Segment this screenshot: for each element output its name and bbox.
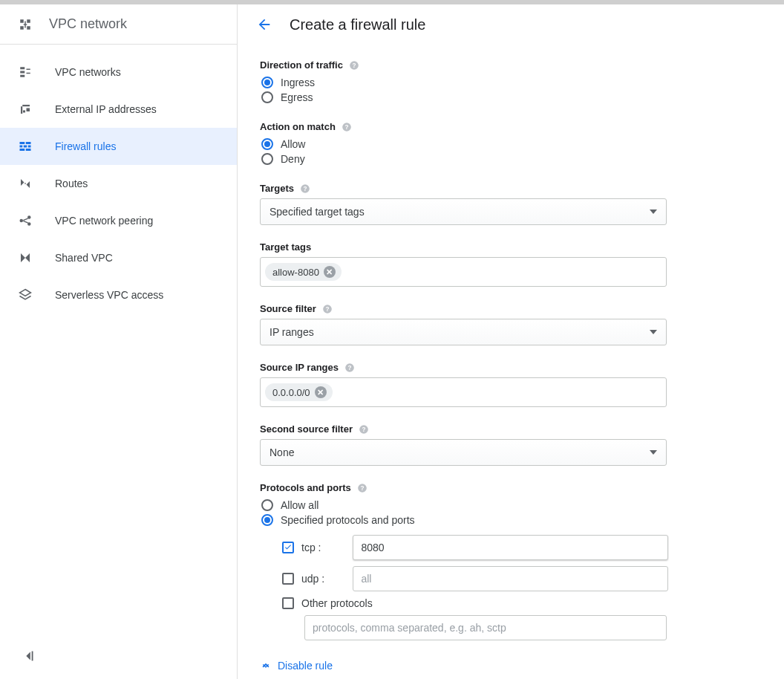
disable-rule-label: Disable rule (278, 660, 333, 672)
radio-label: Ingress (281, 77, 315, 88)
svg-text:?: ? (352, 62, 356, 68)
sidebar-item-external-ip[interactable]: External IP addresses (0, 91, 237, 128)
radio-input[interactable] (261, 91, 273, 103)
sidebar-item-firewall-rules[interactable]: Firewall rules (0, 128, 237, 165)
vpc-logo-icon (18, 18, 33, 31)
section-protocols: Protocols and ports ? Allow all Specifie… (260, 482, 668, 643)
radio-label: Egress (281, 91, 313, 103)
shared-vpc-icon (18, 251, 33, 264)
other-label: Other protocols (301, 597, 373, 609)
protocols-label: Protocols and ports (260, 482, 351, 493)
sidebar-item-label: External IP addresses (55, 103, 157, 115)
radio-input[interactable] (261, 138, 273, 150)
radio-input[interactable] (261, 514, 273, 526)
target-tag-chip: allow-8080 ✕ (265, 263, 342, 281)
target-tags-input[interactable]: allow-8080 ✕ (260, 257, 667, 287)
svg-rect-5 (20, 149, 25, 151)
sidebar-header: VPC network (0, 4, 237, 45)
routes-icon (18, 177, 33, 190)
radio-label: Allow all (281, 499, 318, 511)
external-ip-icon (18, 103, 33, 116)
help-icon[interactable]: ? (344, 363, 355, 373)
svg-rect-6 (26, 149, 31, 151)
radio-egress[interactable]: Egress (260, 90, 668, 105)
main-content: Create a firewall rule Direction of traf… (238, 4, 784, 679)
source-filter-label: Source filter (260, 303, 316, 314)
ip-range-chip: 0.0.0.0/0 ✕ (265, 383, 333, 401)
svg-rect-1 (26, 142, 31, 144)
second-source-filter-label: Second source filter (260, 423, 353, 435)
radio-label: Allow (281, 138, 305, 150)
collapse-sidebar-button[interactable] (21, 648, 37, 664)
svg-rect-4 (28, 146, 31, 148)
firewall-icon (18, 140, 33, 153)
svg-text:?: ? (304, 185, 307, 192)
udp-label: udp : (301, 573, 346, 585)
other-input-row (260, 612, 668, 643)
select-value: None (270, 446, 294, 458)
chevron-down-icon (650, 209, 657, 214)
section-second-source-filter: Second source filter ? None (260, 423, 668, 466)
section-target-tags: Target tags allow-8080 ✕ (260, 241, 668, 287)
help-icon[interactable]: ? (357, 483, 368, 493)
radio-label: Deny (281, 153, 305, 165)
svg-point-7 (20, 219, 24, 223)
chip-text: 0.0.0.0/0 (272, 387, 310, 398)
sidebar-item-vpc-networks[interactable]: VPC networks (0, 53, 237, 91)
targets-select[interactable]: Specified target tags (260, 198, 667, 225)
radio-allow[interactable]: Allow (260, 137, 668, 152)
udp-checkbox[interactable] (282, 573, 294, 585)
radio-specified[interactable]: Specified protocols and ports (260, 513, 668, 527)
product-title: VPC network (49, 16, 127, 32)
select-value: IP ranges (270, 326, 314, 338)
svg-text:?: ? (362, 426, 365, 432)
chip-remove-icon[interactable]: ✕ (315, 386, 327, 398)
help-icon[interactable]: ? (342, 122, 352, 132)
back-arrow-button[interactable] (255, 16, 273, 33)
sidebar-nav: VPC networks External IP addresses Firew… (0, 45, 237, 679)
help-icon[interactable]: ? (300, 183, 310, 194)
radio-input[interactable] (261, 499, 273, 511)
radio-label: Specified protocols and ports (281, 514, 415, 526)
expand-icon (260, 660, 272, 672)
radio-deny[interactable]: Deny (260, 152, 668, 166)
sidebar-item-label: Shared VPC (55, 252, 113, 264)
sidebar-item-serverless-vpc[interactable]: Serverless VPC access (0, 276, 237, 313)
tcp-ports-input[interactable] (353, 535, 668, 560)
select-value: Specified target tags (270, 206, 365, 218)
other-protocols-input[interactable] (304, 615, 667, 640)
svg-rect-10 (32, 652, 33, 661)
section-targets: Targets ? Specified target tags (260, 183, 668, 225)
network-icon (18, 65, 33, 79)
main-header: Create a firewall rule (238, 4, 784, 45)
source-ip-label: Source IP ranges (260, 362, 339, 373)
tcp-checkbox[interactable] (282, 542, 294, 553)
sidebar-item-label: VPC networks (55, 66, 121, 78)
source-ip-input[interactable]: 0.0.0.0/0 ✕ (260, 377, 667, 407)
chevron-down-icon (650, 330, 657, 334)
help-icon[interactable]: ? (322, 304, 333, 314)
sidebar-item-peering[interactable]: VPC network peering (0, 202, 237, 239)
radio-input[interactable] (261, 153, 273, 165)
chip-remove-icon[interactable]: ✕ (324, 266, 336, 278)
radio-input[interactable] (261, 77, 273, 88)
svg-rect-2 (20, 146, 23, 148)
targets-label: Targets (260, 183, 294, 194)
sidebar: VPC network VPC networks External IP add… (0, 4, 238, 679)
direction-label: Direction of traffic (260, 59, 343, 71)
sidebar-item-routes[interactable]: Routes (0, 165, 237, 202)
svg-text:?: ? (344, 123, 348, 130)
help-icon[interactable]: ? (359, 424, 369, 435)
chevron-down-icon (650, 450, 657, 455)
sidebar-item-shared-vpc[interactable]: Shared VPC (0, 239, 237, 276)
disable-rule-toggle[interactable]: Disable rule (260, 660, 668, 672)
udp-ports-input[interactable] (353, 566, 668, 591)
other-checkbox[interactable] (282, 597, 294, 609)
help-icon[interactable]: ? (349, 60, 359, 71)
svg-text:?: ? (325, 305, 329, 312)
source-filter-select[interactable]: IP ranges (260, 319, 667, 345)
section-source-filter: Source filter ? IP ranges (260, 303, 668, 345)
radio-ingress[interactable]: Ingress (260, 75, 668, 90)
radio-allow-all[interactable]: Allow all (260, 498, 668, 513)
second-source-filter-select[interactable]: None (260, 439, 667, 466)
